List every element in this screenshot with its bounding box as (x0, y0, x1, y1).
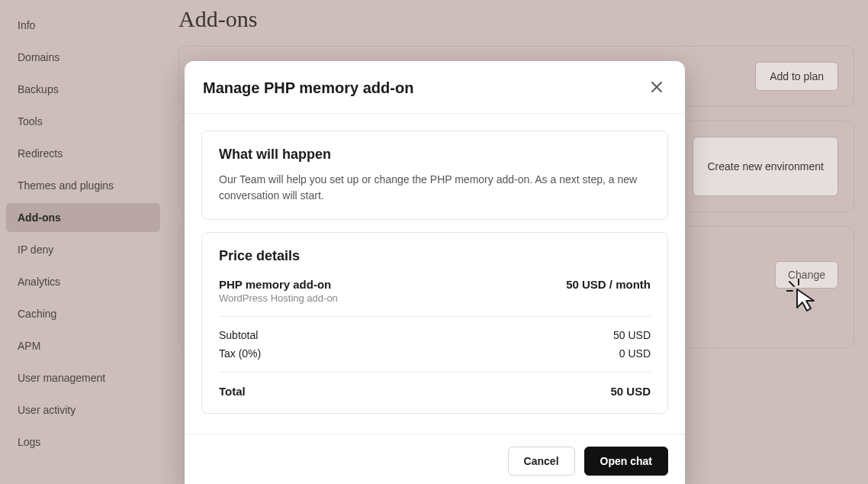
modal-footer: Cancel Open chat (185, 434, 685, 484)
modal-close-button[interactable] (647, 78, 667, 98)
what-will-happen-heading: What will happen (219, 147, 651, 163)
price-item-context: WordPress Hosting add-on (219, 292, 651, 304)
cancel-button[interactable]: Cancel (508, 447, 575, 476)
tax-label: Tax (0%) (219, 347, 261, 360)
close-icon (651, 80, 662, 96)
what-will-happen-text: Our Team will help you set up or change … (219, 172, 651, 204)
subtotal-label: Subtotal (219, 329, 258, 341)
divider (219, 316, 651, 317)
price-details-card: Price details PHP memory add-on 50 USD /… (201, 232, 668, 414)
price-details-heading: Price details (219, 248, 651, 264)
modal-header: Manage PHP memory add-on (185, 61, 685, 114)
tax-value: 0 USD (619, 347, 651, 360)
price-item-name: PHP memory add-on (219, 278, 331, 291)
tax-row: Tax (0%) 0 USD (219, 347, 651, 360)
manage-php-memory-modal: Manage PHP memory add-on What will happe… (185, 61, 685, 484)
modal-backdrop: Manage PHP memory add-on What will happe… (0, 0, 868, 484)
total-value: 50 USD (610, 385, 651, 398)
what-will-happen-card: What will happen Our Team will help you … (201, 131, 668, 220)
subtotal-value: 50 USD (613, 329, 651, 341)
total-label: Total (219, 385, 246, 398)
total-row: Total 50 USD (219, 385, 651, 398)
subtotal-row: Subtotal 50 USD (219, 329, 651, 341)
modal-body: What will happen Our Team will help you … (185, 114, 685, 434)
open-chat-button[interactable]: Open chat (584, 447, 668, 476)
divider (219, 372, 651, 373)
modal-title: Manage PHP memory add-on (203, 79, 413, 97)
price-item-row: PHP memory add-on 50 USD / month (219, 278, 651, 291)
price-item-value: 50 USD / month (566, 278, 651, 291)
